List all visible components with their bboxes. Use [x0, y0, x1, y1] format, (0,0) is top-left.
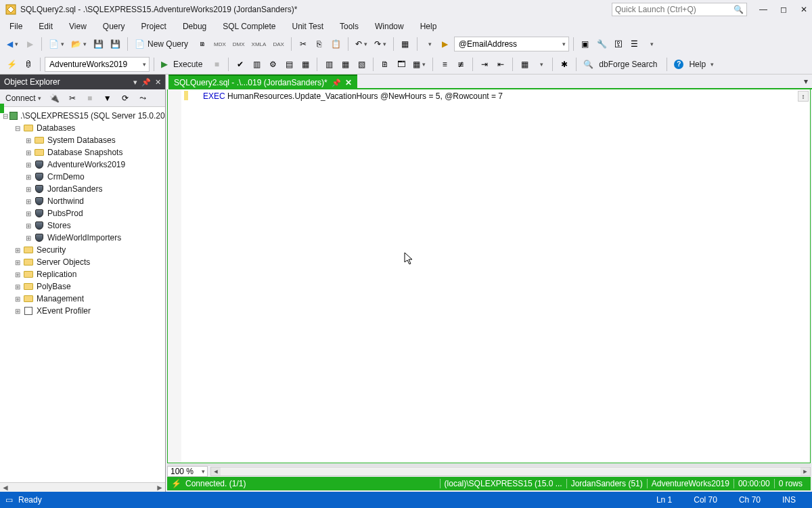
system-databases-node[interactable]: System Databases	[47, 135, 116, 145]
expand-icon[interactable]: ⊞	[14, 259, 22, 266]
outdent-button[interactable]: ⇤	[493, 57, 508, 72]
menu-unittest[interactable]: Unit Test	[286, 20, 330, 33]
execute-button[interactable]: ▶Execute	[158, 57, 208, 72]
expand-icon[interactable]: ⊟	[14, 125, 22, 132]
expand-icon[interactable]: ⊞	[14, 271, 22, 278]
menu-debug[interactable]: Debug	[176, 20, 213, 33]
expand-icon[interactable]: ⊞	[14, 283, 22, 291]
parameter-combo[interactable]: @EmailAddress	[454, 37, 569, 51]
expand-icon[interactable]: ⊞	[24, 234, 32, 242]
new-query-button[interactable]: 📄New Query	[132, 37, 194, 51]
script-as-button[interactable]: 🗎	[195, 37, 210, 51]
security-node[interactable]: Security	[37, 245, 66, 255]
paste-button[interactable]: 📋	[328, 37, 344, 51]
cut-button[interactable]: ✂	[296, 37, 311, 51]
menu-sqlcomplete[interactable]: SQL Complete	[216, 20, 282, 33]
results-file-button[interactable]: 🗎	[378, 57, 392, 72]
results-to-grid-button[interactable]: ▦	[298, 57, 313, 72]
server-objects-node[interactable]: Server Objects	[37, 257, 90, 267]
menu-query[interactable]: Query	[96, 20, 132, 33]
database-snapshots-node[interactable]: Database Snapshots	[47, 148, 122, 157]
change-connection-button[interactable]: 🛢	[21, 57, 36, 72]
menu-file[interactable]: File	[3, 20, 29, 33]
replication-node[interactable]: Replication	[37, 270, 76, 279]
panel-dropdown-icon[interactable]: ▾	[133, 78, 137, 87]
tab-close-icon[interactable]: ✕	[345, 78, 352, 87]
include-live-stats-button[interactable]: ▦	[338, 57, 353, 72]
save-all-button[interactable]: 💾	[108, 37, 123, 51]
grid-button[interactable]: ▦	[398, 37, 413, 51]
db-node[interactable]: Stores	[47, 221, 71, 230]
nav-back-button[interactable]: ◀	[4, 37, 21, 51]
panel-pin-icon[interactable]: 📌	[141, 78, 151, 87]
expand-icon[interactable]: ⊞	[24, 173, 32, 181]
dmx-button[interactable]: DMX	[230, 37, 248, 51]
stop-button[interactable]: ■	[209, 57, 224, 72]
comment-button[interactable]: ≡	[437, 57, 452, 72]
db-plug-icon[interactable]: ⚡	[4, 57, 20, 72]
open-button[interactable]: 📂	[68, 37, 89, 51]
new-project-button[interactable]: 📄	[46, 37, 67, 51]
database-combo[interactable]: AdventureWorks2019	[45, 57, 150, 72]
db-node[interactable]: JordanSanders	[47, 184, 102, 194]
expand-icon[interactable]: ⊞	[24, 137, 32, 144]
oe-stop-icon[interactable]: ■	[83, 91, 97, 106]
menu-help[interactable]: Help	[413, 20, 444, 33]
redo-button[interactable]: ↷	[371, 37, 389, 51]
xevent-profiler-node[interactable]: XEvent Profiler	[37, 306, 91, 316]
expand-icon[interactable]: ⊞	[24, 210, 32, 217]
tool-icon-key[interactable]: ⚿	[611, 37, 626, 51]
editor-tab-active[interactable]: SQLQuery2.sql - .\...019 (JordanSanders)…	[168, 75, 357, 89]
code-editor[interactable]: EXEC HumanResources.Update_VacationHours…	[167, 89, 811, 463]
oe-filter-icon[interactable]: ▼	[100, 91, 115, 106]
sql-complete-icon[interactable]: ✱	[557, 57, 572, 72]
zoom-combo[interactable]: 100 %	[167, 466, 208, 477]
menu-project[interactable]: Project	[135, 20, 173, 33]
tool-icon-list[interactable]: ☰	[627, 37, 642, 51]
quick-launch-input[interactable]	[615, 5, 734, 14]
tab-pin-icon[interactable]: 📌	[332, 79, 341, 87]
db-node[interactable]: AdventureWorks2019	[47, 160, 125, 169]
tab-strip-overflow[interactable]: ▾	[357, 75, 812, 89]
expand-icon[interactable]: ⊞	[24, 161, 32, 169]
dax-button[interactable]: DAX	[270, 37, 286, 51]
expand-icon[interactable]: ⊞	[14, 247, 22, 254]
expand-icon[interactable]: ⊞	[24, 149, 32, 156]
results-options-button[interactable]: ▦	[410, 57, 428, 72]
tool-icon-window[interactable]: ▣	[578, 37, 593, 51]
misc-dropdown-1[interactable]	[422, 37, 436, 51]
code-text[interactable]: EXEC HumanResources.Update_VacationHours…	[181, 89, 810, 463]
parameter-icon[interactable]: ▶	[438, 37, 453, 51]
object-explorer-hscroll[interactable]: ◄►	[0, 482, 165, 492]
specify-values-button[interactable]: ▦	[517, 57, 532, 72]
oe-sync-icon[interactable]: ⤳	[135, 91, 150, 106]
db-node[interactable]: PubsProd	[47, 209, 83, 218]
maximize-button[interactable]: ◻	[778, 5, 789, 14]
tool-icon-wrench[interactable]: 🔧	[594, 37, 610, 51]
dbforge-search-button[interactable]: 🔍 dbForge Search	[581, 57, 662, 72]
menu-tools[interactable]: Tools	[333, 20, 365, 33]
split-view-icon[interactable]: ↕	[798, 91, 809, 102]
mdx-button[interactable]: MDX	[211, 37, 229, 51]
tool-icon-more[interactable]	[644, 37, 658, 51]
include-plan-button[interactable]: ▥	[321, 57, 336, 72]
polybase-node[interactable]: PolyBase	[37, 282, 71, 291]
quick-launch-search[interactable]: 🔍	[612, 3, 747, 16]
include-client-stats-button[interactable]: ▧	[354, 57, 369, 72]
undo-button[interactable]: ↶	[353, 37, 370, 51]
menu-view[interactable]: View	[62, 20, 93, 33]
editor-hscroll[interactable]: ◄►	[210, 467, 811, 476]
management-node[interactable]: Management	[37, 294, 84, 303]
expand-icon[interactable]: ⊞	[14, 308, 22, 315]
expand-icon[interactable]: ⊞	[24, 198, 32, 205]
minimize-button[interactable]: —	[758, 5, 769, 14]
copy-button[interactable]: ⎘	[312, 37, 327, 51]
xmla-button[interactable]: XMLA	[249, 37, 269, 51]
databases-node[interactable]: Databases	[37, 123, 75, 133]
expand-icon[interactable]: ⊞	[14, 295, 22, 303]
estimated-plan-button[interactable]: ▥	[249, 57, 264, 72]
query-options-button[interactable]: ⚙	[265, 57, 280, 72]
indent-button[interactable]: ⇥	[477, 57, 492, 72]
save-button[interactable]: 💾	[91, 37, 106, 51]
db-node[interactable]: Northwind	[47, 196, 84, 206]
